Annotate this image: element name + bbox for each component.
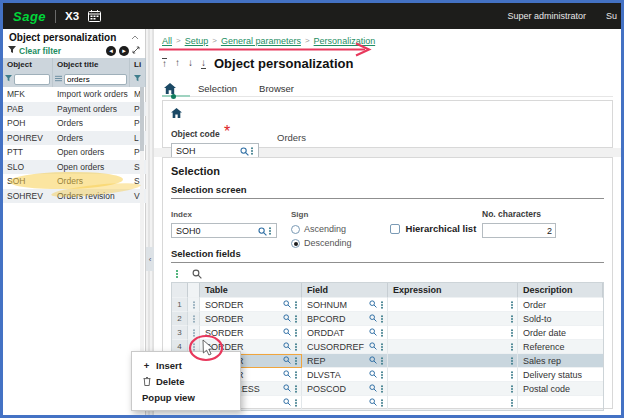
lookup-icon[interactable]	[283, 370, 291, 380]
menu-item-delete[interactable]: Delete	[132, 373, 240, 389]
actions-icon[interactable]	[295, 304, 297, 306]
col-field[interactable]: Field	[302, 283, 388, 298]
index-field[interactable]	[171, 223, 277, 238]
first-record-icon[interactable]: ↑	[162, 58, 167, 69]
lookup-icon[interactable]	[369, 384, 377, 394]
breadcrumb-all[interactable]: All	[162, 36, 172, 46]
actions-icon[interactable]	[511, 360, 513, 362]
last-record-icon[interactable]: ↓	[201, 58, 206, 69]
actions-icon[interactable]	[295, 360, 297, 362]
expression-cell[interactable]	[388, 312, 518, 326]
expression-cell[interactable]	[388, 298, 518, 312]
expression-cell[interactable]	[388, 396, 518, 410]
lookup-icon[interactable]	[283, 356, 291, 366]
no-characters-field[interactable]	[482, 223, 556, 238]
actions-icon[interactable]	[295, 388, 297, 390]
tab-selection[interactable]: Selection	[198, 83, 237, 94]
col-description[interactable]: Description	[518, 283, 603, 298]
actions-icon[interactable]	[295, 374, 297, 376]
actions-icon[interactable]	[381, 318, 383, 320]
object-row-slo[interactable]: SLO Open orders S	[3, 160, 145, 175]
col-expression[interactable]: Expression	[388, 283, 518, 298]
tab-browser[interactable]: Browser	[259, 83, 294, 94]
breadcrumb-general-parameters[interactable]: General parameters	[221, 36, 301, 46]
hierarchical-list-checkbox[interactable]	[390, 224, 400, 234]
calendar-icon[interactable]	[88, 10, 101, 22]
no-characters-input[interactable]	[487, 226, 552, 236]
actions-icon[interactable]	[511, 374, 513, 376]
object-code-input[interactable]	[176, 146, 240, 156]
lookup-icon[interactable]	[369, 328, 377, 338]
row-handle[interactable]	[188, 312, 200, 326]
actions-icon[interactable]	[295, 332, 297, 334]
actions-icon[interactable]	[295, 318, 297, 320]
actions-icon[interactable]	[511, 388, 513, 390]
object-row-poh[interactable]: POH Orders P	[3, 116, 145, 131]
actions-icon[interactable]	[381, 374, 383, 376]
object-row-mfk[interactable]: MFK Import work orders M	[3, 87, 145, 102]
lookup-icon[interactable]	[258, 222, 267, 240]
lookup-icon[interactable]	[369, 300, 377, 310]
actions-icon[interactable]	[511, 332, 513, 334]
col-object-code[interactable]: Object code	[3, 58, 53, 71]
prev-record-button[interactable]: ◂	[106, 46, 116, 56]
actions-icon[interactable]	[295, 402, 297, 404]
lookup-icon[interactable]	[283, 300, 291, 310]
lookup-icon[interactable]	[283, 328, 291, 338]
next-record-icon[interactable]: ↓	[188, 58, 193, 68]
object-code-field[interactable]	[171, 143, 259, 158]
lookup-icon[interactable]	[369, 356, 377, 366]
row-handle[interactable]	[188, 326, 200, 340]
topbar-partial-label[interactable]: Su	[606, 11, 621, 21]
lookup-icon[interactable]	[283, 384, 291, 394]
row-handle[interactable]	[188, 298, 200, 312]
clear-filter-button[interactable]: Clear filter	[19, 46, 61, 56]
expression-cell[interactable]	[388, 368, 518, 382]
col-object-title[interactable]: Object title	[53, 58, 130, 71]
lookup-icon[interactable]	[283, 398, 291, 408]
index-input[interactable]	[176, 226, 258, 236]
list-icon[interactable]	[55, 74, 62, 84]
actions-icon[interactable]	[511, 304, 513, 306]
menu-item-popup-view[interactable]: Popup view	[132, 389, 240, 405]
user-name[interactable]: Super administrator	[507, 11, 586, 21]
home-tab-icon[interactable]	[164, 83, 176, 94]
object-row-sohrev[interactable]: SOHREV Orders revision V	[3, 189, 145, 204]
expression-cell[interactable]	[388, 340, 518, 354]
previous-record-icon[interactable]: ↑	[175, 58, 180, 68]
expression-cell[interactable]	[388, 354, 518, 368]
expression-cell[interactable]	[388, 382, 518, 396]
table-menu-icon[interactable]	[176, 273, 178, 275]
lookup-icon[interactable]	[369, 314, 377, 324]
object-row-pohrev[interactable]: POHREV Orders L	[3, 131, 145, 146]
descending-radio[interactable]	[291, 239, 300, 248]
actions-icon[interactable]	[269, 230, 271, 232]
actions-icon[interactable]	[511, 402, 513, 404]
actions-icon[interactable]	[511, 318, 513, 320]
field-row-2[interactable]: 2 SORDER BPCORD Sold-to	[172, 312, 603, 326]
next-record-button[interactable]: ▸	[119, 46, 129, 56]
actions-icon[interactable]	[511, 346, 513, 348]
filter-icon[interactable]	[5, 74, 12, 84]
actions-icon[interactable]	[381, 346, 383, 348]
object-row-pab[interactable]: PAB Payment orders P	[3, 102, 145, 117]
actions-icon[interactable]	[381, 304, 383, 306]
actions-icon[interactable]	[381, 332, 383, 334]
object-row-soh[interactable]: SOH Orders S	[3, 174, 145, 189]
breadcrumb-setup[interactable]: Setup	[185, 36, 209, 46]
field-row-1[interactable]: 1 SORDER SOHNUM Order	[172, 298, 603, 312]
col-partial[interactable]: Li	[130, 58, 146, 71]
search-icon[interactable]	[192, 265, 202, 283]
collapse-panel-button[interactable]: ‹	[146, 247, 154, 271]
code-filter-input[interactable]	[14, 74, 50, 85]
lookup-icon[interactable]	[369, 342, 377, 352]
expand-panel-icon[interactable]	[132, 46, 140, 56]
lookup-icon[interactable]	[369, 370, 377, 380]
actions-icon[interactable]	[251, 150, 253, 152]
breadcrumb-personalization[interactable]: Personalization	[314, 36, 376, 46]
filter-icon[interactable]	[134, 74, 141, 84]
object-row-ptt[interactable]: PTT Open orders P	[3, 145, 145, 160]
menu-item-insert[interactable]: + Insert	[132, 357, 240, 373]
field-row-3[interactable]: 3 SORDER ORDDAT Order date	[172, 326, 603, 340]
lookup-icon[interactable]	[283, 342, 291, 352]
